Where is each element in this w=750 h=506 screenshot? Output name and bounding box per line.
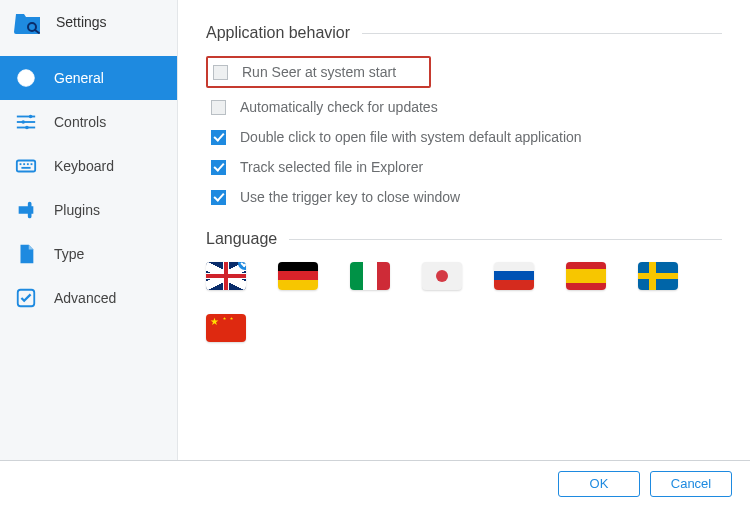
svg-rect-14 [20,163,22,165]
app-icon [14,10,42,34]
option-run-at-start[interactable]: Run Seer at system start [206,56,431,88]
checkbox[interactable] [211,130,226,145]
option-trigger-close[interactable]: Use the trigger key to close window [206,182,722,212]
sidebar-item-general[interactable]: General [0,56,177,100]
section-header-behavior: Application behavior [206,24,722,42]
flag-es[interactable] [566,262,606,290]
flag-ru[interactable] [494,262,534,290]
divider [289,239,722,240]
ok-button[interactable]: OK [558,471,640,497]
option-double-click-open[interactable]: Double click to open file with system de… [206,122,722,152]
svg-point-3 [23,75,29,81]
sidebar: Settings General Controls Keyboard [0,0,178,460]
svg-rect-4 [17,116,30,118]
option-label: Automatically check for updates [240,99,438,115]
sidebar-item-label: Plugins [54,202,100,218]
flag-jp[interactable] [422,262,462,290]
option-label: Use the trigger key to close window [240,189,460,205]
svg-rect-7 [24,121,35,123]
sidebar-item-label: General [54,70,104,86]
svg-rect-17 [31,163,33,165]
sidebar-item-advanced[interactable]: Advanced [0,276,177,320]
svg-point-10 [29,115,33,119]
option-track-explorer[interactable]: Track selected file in Explorer [206,152,722,182]
flag-uk[interactable] [206,262,246,290]
svg-rect-18 [21,167,30,169]
file-icon [14,242,38,266]
svg-rect-13 [17,161,35,172]
settings-title: Settings [56,14,107,30]
checkbox[interactable] [211,190,226,205]
sidebar-item-type[interactable]: Type [0,232,177,276]
sidebar-item-label: Keyboard [54,158,114,174]
svg-point-11 [21,120,25,124]
keyboard-icon [14,154,38,178]
checkmark-icon [14,286,38,310]
language-grid [206,262,722,342]
option-label: Run Seer at system start [242,64,396,80]
checkbox[interactable] [211,100,226,115]
sliders-icon [14,110,38,134]
sidebar-item-plugins[interactable]: Plugins [0,188,177,232]
svg-rect-9 [28,127,35,129]
section-title: Application behavior [206,24,350,42]
option-auto-update[interactable]: Automatically check for updates [206,92,722,122]
flag-se[interactable] [638,262,678,290]
flag-de[interactable] [278,262,318,290]
divider [362,33,722,34]
plugin-icon [14,198,38,222]
sidebar-item-keyboard[interactable]: Keyboard [0,144,177,188]
cancel-button[interactable]: Cancel [650,471,732,497]
option-label: Double click to open file with system de… [240,129,582,145]
sidebar-item-label: Controls [54,114,106,130]
svg-rect-16 [27,163,29,165]
svg-rect-8 [17,127,26,129]
option-label: Track selected file in Explorer [240,159,423,175]
flag-cn[interactable] [206,314,246,342]
checkbox[interactable] [213,65,228,80]
content-panel: Application behavior Run Seer at system … [178,0,750,460]
selected-badge-icon [238,262,246,270]
sidebar-item-controls[interactable]: Controls [0,100,177,144]
footer: OK Cancel [0,460,750,506]
sidebar-nav: General Controls Keyboard Plugins [0,56,177,320]
sidebar-header: Settings [0,0,177,44]
section-title: Language [206,230,277,248]
section-header-language: Language [206,230,722,248]
checkbox[interactable] [211,160,226,175]
sidebar-item-label: Advanced [54,290,116,306]
svg-point-12 [25,126,29,130]
svg-rect-15 [23,163,25,165]
flag-it[interactable] [350,262,390,290]
sidebar-item-label: Type [54,246,84,262]
gear-icon [14,66,38,90]
window-body: Settings General Controls Keyboard [0,0,750,460]
